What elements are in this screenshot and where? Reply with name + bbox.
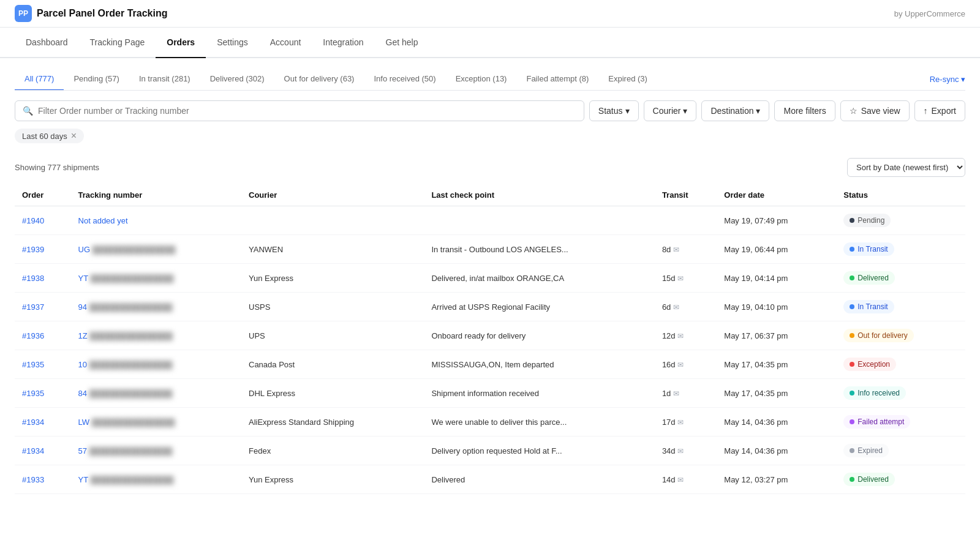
export-label: Export	[932, 106, 956, 116]
status-badge: Delivered	[843, 473, 895, 486]
courier-cell: Yun Express	[241, 264, 424, 293]
status-badge: Expired	[843, 444, 889, 457]
mail-icon: ✉	[673, 246, 679, 254]
tab-info-received[interactable]: Info received (50)	[364, 68, 445, 91]
export-icon: ↑	[924, 106, 928, 116]
last-check-point-cell	[424, 206, 654, 235]
table-row: #1934LW ████████████████AliExpress Stand…	[15, 408, 965, 437]
tracking-cell: Not added yet	[71, 206, 241, 235]
more-filters-label: More filters	[783, 106, 826, 116]
date-chip-close[interactable]: ×	[71, 131, 77, 141]
courier-cell: Fedex	[241, 437, 424, 465]
more-filters-button[interactable]: More filters	[774, 100, 835, 121]
export-button[interactable]: ↑ Export	[914, 100, 965, 121]
order-link[interactable]: #1940	[22, 216, 44, 225]
order-date-cell: May 19, 07:49 pm	[717, 206, 836, 235]
tracking-link[interactable]: YT ████████████████	[78, 274, 174, 283]
courier-cell: Yun Express	[241, 465, 424, 494]
status-cell: In Transit	[836, 235, 965, 264]
status-filter-button[interactable]: Status ▾	[589, 100, 639, 121]
order-link[interactable]: #1938	[22, 274, 44, 283]
order-link[interactable]: #1933	[22, 475, 44, 484]
order-link[interactable]: #1935	[22, 389, 44, 398]
tracking-link[interactable]: LW ████████████████	[78, 418, 175, 427]
order-link[interactable]: #1934	[22, 446, 44, 455]
transit-cell: 14d ✉	[655, 465, 717, 494]
last-check-point-cell: Delivery option requested Hold at F...	[424, 437, 654, 465]
nav-item-settings[interactable]: Settings	[206, 28, 259, 58]
nav-item-orders[interactable]: Orders	[156, 28, 206, 58]
tab-expired[interactable]: Expired (3)	[598, 68, 657, 91]
tab-failed-attempt[interactable]: Failed attempt (8)	[516, 68, 598, 91]
courier-filter-button[interactable]: Courier ▾	[644, 100, 697, 121]
status-cell: Info received	[836, 379, 965, 408]
tab-in-transit[interactable]: In transit (281)	[129, 68, 200, 91]
order-link[interactable]: #1936	[22, 331, 44, 340]
tracking-link[interactable]: 84 ████████████████	[78, 389, 173, 398]
mail-icon: ✉	[677, 418, 684, 427]
transit-cell: 16d ✉	[655, 350, 717, 379]
tracking-link[interactable]: 10 ████████████████	[78, 360, 173, 369]
last-check-point-cell: Shipment information received	[424, 379, 654, 408]
destination-filter-chevron: ▾	[756, 106, 760, 116]
search-box[interactable]: 🔍	[15, 100, 584, 121]
date-chip: Last 60 days ×	[15, 129, 84, 143]
transit-cell: 12d ✉	[655, 321, 717, 350]
tab-all[interactable]: All (777)	[15, 68, 64, 91]
orders-table: Order Tracking number Courier Last check…	[15, 184, 965, 494]
order-date-cell: May 17, 06:37 pm	[717, 321, 836, 350]
col-header-transit: Transit	[655, 184, 717, 206]
status-cell: Failed attempt	[836, 408, 965, 437]
nav-item-account[interactable]: Account	[259, 28, 312, 58]
order-link[interactable]: #1937	[22, 302, 44, 312]
tracking-cell: YT ████████████████	[71, 465, 241, 494]
search-icon: 🔍	[23, 106, 33, 116]
nav-item-tracking-page[interactable]: Tracking Page	[79, 28, 156, 58]
resync-button[interactable]: Re-sync ▾	[930, 75, 965, 84]
sort-select[interactable]: Sort by Date (newest first) Sort by Date…	[847, 158, 965, 177]
app-header: PP Parcel Panel Order Tracking by UpperC…	[0, 0, 980, 28]
table-row: #1938YT ████████████████Yun ExpressDeliv…	[15, 264, 965, 293]
transit-cell: 17d ✉	[655, 408, 717, 437]
tab-pending[interactable]: Pending (57)	[64, 68, 129, 91]
tracking-cell: 10 ████████████████	[71, 350, 241, 379]
nav-item-get-help[interactable]: Get help	[375, 28, 429, 58]
transit-cell: 6d ✉	[655, 293, 717, 321]
nav-item-integration[interactable]: Integration	[312, 28, 374, 58]
mail-icon: ✉	[677, 274, 684, 283]
order-link[interactable]: #1934	[22, 418, 44, 427]
app-logo: PP	[15, 5, 32, 22]
tab-delivered[interactable]: Delivered (302)	[200, 68, 274, 91]
search-input[interactable]	[38, 106, 576, 116]
order-link[interactable]: #1935	[22, 360, 44, 369]
order-date-cell: May 19, 04:10 pm	[717, 293, 836, 321]
table-row: #193794 ████████████████USPSArrived at U…	[15, 293, 965, 321]
order-date-cell: May 14, 04:36 pm	[717, 437, 836, 465]
tab-out-for-delivery[interactable]: Out for delivery (63)	[274, 68, 364, 91]
tracking-link[interactable]: YT ████████████████	[78, 475, 174, 484]
tracking-not-added[interactable]: Not added yet	[78, 216, 128, 225]
tracking-link[interactable]: 57 ████████████████	[78, 446, 173, 455]
nav-item-dashboard[interactable]: Dashboard	[15, 28, 79, 58]
mail-icon: ✉	[677, 447, 684, 455]
order-link[interactable]: #1939	[22, 245, 44, 254]
tracking-link[interactable]: 94 ████████████████	[78, 302, 173, 312]
table-row: #1940Not added yetMay 19, 07:49 pmPendin…	[15, 206, 965, 235]
tracking-cell: 57 ████████████████	[71, 437, 241, 465]
courier-cell: DHL Express	[241, 379, 424, 408]
tracking-link[interactable]: 1Z ████████████████	[78, 331, 173, 340]
col-header-order-date: Order date	[717, 184, 836, 206]
app-title-text: Parcel Panel Order Tracking	[37, 8, 167, 19]
col-header-tracking: Tracking number	[71, 184, 241, 206]
tab-exception[interactable]: Exception (13)	[446, 68, 517, 91]
save-view-button[interactable]: ☆ Save view	[840, 100, 910, 121]
destination-filter-button[interactable]: Destination ▾	[701, 100, 769, 121]
courier-cell: AliExpress Standard Shipping	[241, 408, 424, 437]
courier-cell: UPS	[241, 321, 424, 350]
tracking-link[interactable]: UG ████████████████	[78, 245, 176, 254]
app-title-container: PP Parcel Panel Order Tracking	[15, 5, 167, 22]
status-badge: Delivered	[843, 271, 895, 285]
table-row: #1933YT ████████████████Yun ExpressDeliv…	[15, 465, 965, 494]
col-header-last-check-point: Last check point	[424, 184, 654, 206]
status-cell: Delivered	[836, 465, 965, 494]
